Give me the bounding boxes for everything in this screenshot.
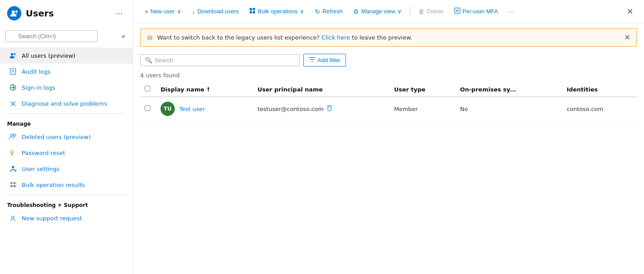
sidebar-search-container: 🔍 (5, 30, 117, 42)
new-user-chevron-icon: ∨ (177, 8, 181, 15)
sidebar-nav: All users (preview) Audit logs Sign-in (0, 46, 133, 274)
upn-col[interactable]: User principal name (253, 82, 389, 97)
sidebar-item-label: All users (preview) (22, 52, 75, 59)
row-select-cell (140, 97, 156, 121)
on-premises-col[interactable]: On-premises sy... (456, 82, 562, 97)
svg-rect-24 (328, 107, 331, 111)
delete-icon: 🗑 (418, 8, 424, 15)
toolbar: + New user ∨ ↓ Download users Bulk opera… (133, 0, 644, 23)
svg-point-18 (12, 216, 14, 219)
refresh-button[interactable]: ↻ Refresh (310, 6, 347, 17)
sidebar-item-sign-in-logs[interactable]: Sign-in logs (0, 79, 133, 95)
manage-view-icon: ⚙ (353, 8, 359, 15)
user-link[interactable]: Test user (179, 106, 205, 112)
user-type-col[interactable]: User type (389, 82, 456, 97)
sidebar-item-password-reset[interactable]: Password reset (0, 145, 133, 161)
select-all-checkbox[interactable] (145, 86, 150, 91)
new-user-label: New user (150, 8, 175, 15)
sidebar-item-all-users[interactable]: All users (preview) (0, 48, 133, 64)
search-icon: 🔍 (145, 57, 152, 64)
search-filter-bar: 🔍 Add filter (133, 50, 644, 70)
password-reset-icon (8, 148, 17, 157)
users-data-table: Display name ↑ User principal name User … (140, 82, 637, 121)
deleted-users-icon (8, 132, 17, 141)
identities-header: Identities (567, 86, 598, 93)
identities-cell: contoso.com (562, 97, 637, 121)
toolbar-separator (410, 6, 410, 17)
new-user-button[interactable]: + New user ∨ (140, 6, 186, 17)
svg-point-9 (11, 134, 13, 136)
users-table: Display name ↑ User principal name User … (133, 82, 644, 274)
bulk-operations-button[interactable]: Bulk operations ∨ (245, 5, 309, 17)
more-icon[interactable]: ··· (113, 8, 126, 19)
sidebar-item-label: User settings (22, 166, 60, 172)
user-type-header: User type (394, 86, 425, 93)
bulk-chevron-icon: ∨ (300, 8, 304, 15)
sidebar-item-label: Audit logs (22, 68, 51, 75)
add-filter-label: Add filter (318, 57, 340, 64)
manage-view-button[interactable]: ⚙ Manage view ∨ (349, 6, 406, 17)
users-icon (7, 6, 21, 20)
copy-icon[interactable] (326, 105, 332, 112)
download-icon: ↓ (192, 8, 195, 15)
troubleshooting-section-title: Troubleshooting + Support (0, 197, 133, 210)
upn-value: testuser@contoso.com (257, 106, 323, 112)
svg-rect-20 (253, 8, 255, 10)
upn-cell: testuser@contoso.com (253, 97, 389, 121)
bulk-results-icon (8, 180, 17, 189)
refresh-label: Refresh (322, 8, 343, 15)
per-user-mfa-button[interactable]: Per-user MFA (450, 5, 503, 17)
avatar: TU (161, 102, 175, 116)
svg-rect-21 (250, 11, 252, 13)
plus-icon: + (145, 8, 148, 15)
table-header-row: Display name ↑ User principal name User … (140, 82, 637, 97)
svg-point-14 (10, 182, 12, 184)
sidebar-search-wrap: 🔍 « (0, 27, 133, 46)
sidebar-item-label: Diagnose and solve problems (22, 100, 107, 107)
bulk-label: Bulk operations (258, 8, 298, 15)
delete-button[interactable]: 🗑 Delete (414, 6, 448, 17)
support-icon (8, 214, 17, 222)
collapse-icon[interactable]: « (119, 30, 127, 42)
mfa-icon (454, 8, 460, 15)
user-settings-icon (8, 164, 17, 173)
nav-divider-support (7, 195, 126, 195)
sidebar-item-user-settings[interactable]: User settings (0, 161, 133, 177)
table-row: TU Test user testuser@contoso.com (140, 97, 637, 121)
delete-label: Delete (427, 8, 444, 15)
display-name-col[interactable]: Display name ↑ (156, 82, 253, 97)
filter-icon (309, 56, 315, 64)
sidebar-item-bulk-results[interactable]: Bulk operation results (0, 177, 133, 193)
audit-logs-icon (8, 67, 17, 76)
sidebar-item-label: Sign-in logs (22, 84, 55, 91)
download-users-button[interactable]: ↓ Download users (188, 6, 243, 17)
svg-rect-22 (253, 11, 255, 13)
svg-point-2 (11, 53, 13, 56)
manage-section-title: Manage (0, 115, 133, 129)
sidebar-search-input[interactable] (5, 30, 98, 42)
per-user-mfa-label: Per-user MFA (463, 8, 498, 15)
svg-point-10 (13, 134, 16, 136)
sidebar-item-audit-logs[interactable]: Audit logs (0, 64, 133, 79)
close-button[interactable]: ✕ (623, 5, 637, 18)
search-input[interactable] (155, 57, 295, 64)
sidebar-item-diagnose[interactable]: Diagnose and solve problems (0, 95, 133, 111)
identities-col[interactable]: Identities (562, 82, 637, 97)
sort-icon: ↑ (206, 86, 211, 93)
sidebar-item-support[interactable]: New support request (0, 210, 133, 226)
toolbar-more-button[interactable]: ··· (504, 6, 518, 17)
banner-close-icon[interactable]: ✕ (624, 33, 630, 42)
svg-rect-19 (250, 8, 252, 10)
select-all-col (140, 82, 156, 97)
bulk-icon (249, 8, 255, 15)
svg-point-0 (12, 11, 15, 14)
sidebar-item-label: Password reset (22, 150, 65, 156)
add-filter-button[interactable]: Add filter (303, 54, 346, 67)
row-checkbox[interactable] (145, 105, 150, 111)
preview-banner: ⊖ Want to switch back to the legacy user… (140, 28, 637, 47)
banner-warning-icon: ⊖ (147, 33, 153, 42)
banner-link[interactable]: Click here (322, 34, 350, 41)
sign-in-icon (8, 83, 17, 92)
sidebar-item-label: New support request (22, 215, 82, 222)
sidebar-item-deleted-users[interactable]: Deleted users (preview) (0, 129, 133, 145)
